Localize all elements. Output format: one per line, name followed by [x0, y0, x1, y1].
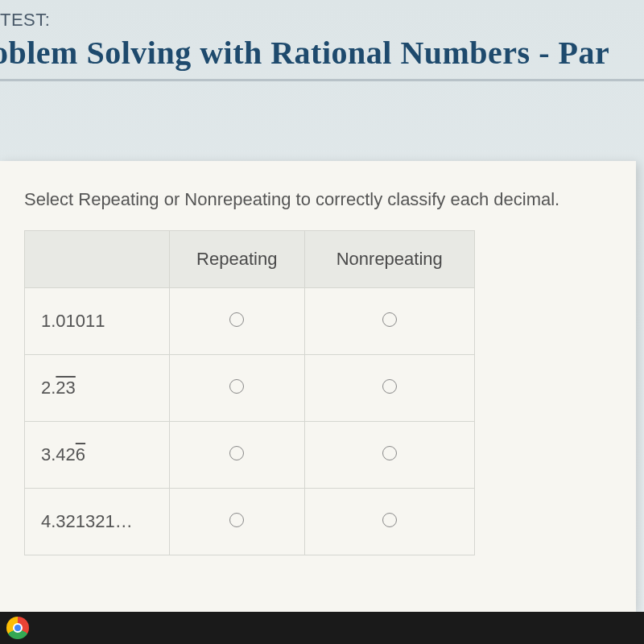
radio-icon — [229, 513, 244, 527]
decimal-label-2: 2.23 — [25, 355, 170, 422]
radio-icon — [382, 379, 397, 394]
page-title: oblem Solving with Rational Numbers - Pa… — [0, 34, 609, 72]
table-header-row: Repeating Nonrepeating — [25, 231, 475, 288]
screen-area: TEST: oblem Solving with Rational Number… — [0, 0, 644, 612]
radio-row2-nonrepeating[interactable] — [304, 355, 474, 422]
header-blank — [25, 231, 170, 288]
radio-icon — [382, 513, 397, 527]
header-nonrepeating: Nonrepeating — [304, 231, 474, 288]
radio-row1-nonrepeating[interactable] — [304, 288, 474, 355]
decimal-label-4: 4.321321… — [25, 489, 170, 555]
test-label: TEST: — [0, 10, 50, 31]
radio-row2-repeating[interactable] — [170, 355, 305, 422]
radio-row3-repeating[interactable] — [170, 422, 305, 489]
radio-icon — [229, 312, 244, 327]
title-underline — [0, 79, 644, 81]
radio-row1-repeating[interactable] — [170, 288, 305, 355]
radio-icon — [382, 446, 397, 460]
radio-icon — [229, 446, 244, 460]
radio-icon — [382, 312, 397, 327]
question-prompt: Select Repeating or Nonrepeating to corr… — [24, 189, 612, 210]
table-row: 1.01011 — [25, 288, 475, 355]
radio-row3-nonrepeating[interactable] — [304, 422, 474, 489]
chrome-icon[interactable] — [6, 617, 29, 639]
table-row: 4.321321… — [25, 489, 475, 555]
classify-table: Repeating Nonrepeating 1.01011 2.23 — [24, 230, 475, 555]
table-row: 3.426 — [25, 422, 475, 489]
taskbar — [0, 612, 644, 644]
table-row: 2.23 — [25, 355, 475, 422]
radio-icon — [229, 379, 244, 394]
radio-row4-nonrepeating[interactable] — [304, 489, 474, 555]
decimal-label-3: 3.426 — [25, 422, 170, 489]
decimal-label-1: 1.01011 — [25, 288, 170, 355]
question-card: Select Repeating or Nonrepeating to corr… — [0, 161, 636, 612]
chrome-inner-icon — [13, 623, 23, 633]
radio-row4-repeating[interactable] — [170, 489, 305, 555]
header-repeating: Repeating — [170, 231, 305, 288]
